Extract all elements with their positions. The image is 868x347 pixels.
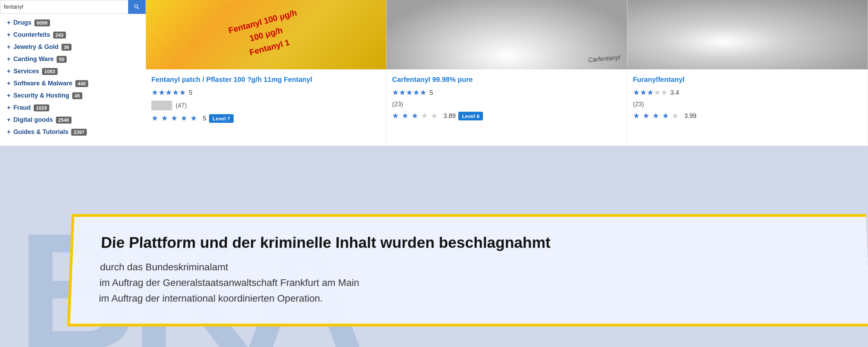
product-card-1[interactable]: Fentanyl 100 μg/h100 μg/hFentanyl 1 Fent… [146, 0, 386, 153]
sidebar-badge-counterfeits: 243 [53, 32, 66, 39]
seller3-star-1: ★ [633, 111, 640, 120]
star3-4: ★ [654, 88, 661, 97]
sidebar: + Drugs 6099 + Counterfeits 243 + Jewelr… [7, 19, 139, 141]
carfentanyl-label: Carfentanyl [588, 54, 620, 64]
level-badge-2: Level 6 [458, 112, 483, 120]
product-title-3[interactable]: Furanylfentanyl [633, 75, 862, 84]
sidebar-label-digital: Digital goods [14, 116, 53, 124]
sidebar-label-counterfeits: Counterfeits [14, 31, 50, 39]
seizure-box: Die Plattform und der kriminelle Inhalt … [67, 214, 868, 327]
seller2-star-2: ★ [402, 111, 409, 120]
seller2-star-5: ★ [431, 111, 438, 120]
plus-icon-counterfeits: + [7, 31, 11, 39]
sidebar-item-jewelry[interactable]: + Jewelry & Gold 36 [7, 43, 139, 51]
seller2-star-4: ★ [421, 111, 428, 120]
sidebar-item-digital[interactable]: + Digital goods 2548 [7, 116, 139, 124]
seller-rating-1: 5 [203, 115, 206, 122]
product-stars-1: ★ ★ ★ ★ ★ 5 [151, 88, 381, 97]
seizure-overlay: BKA Die Plattform und der kriminelle Inh… [0, 146, 868, 347]
sidebar-item-software[interactable]: + Software & Malware 440 [7, 80, 139, 87]
seller-row-2: ★ ★ ★ ★ ★ 3.89 Level 6 [392, 111, 621, 120]
sidebar-item-security[interactable]: + Security & Hosting 45 [7, 92, 139, 99]
seller3-star-2: ★ [643, 111, 650, 120]
seller-rating-2: 3.89 [443, 112, 456, 120]
sidebar-item-guides[interactable]: + Guides & Tutorials 2397 [7, 128, 139, 136]
star-5: ★ [179, 88, 186, 97]
seller2-star-3: ★ [411, 111, 418, 120]
seller-row-1: ★ ★ ★ ★ ★ 5 Level 7 [151, 114, 381, 123]
star2-1: ★ [392, 88, 399, 97]
seizure-body: durch das Bundeskriminalamt im Auftrag d… [99, 260, 842, 306]
sidebar-item-drugs[interactable]: + Drugs 6099 [7, 19, 139, 26]
sidebar-badge-fraud: 1029 [34, 104, 49, 111]
product-stars-2: ★ ★ ★ ★ ★ 5 [392, 88, 621, 97]
seller-star-1: ★ [151, 114, 158, 123]
seller-star-4: ★ [181, 114, 187, 123]
seller3-star-5: ★ [672, 111, 679, 120]
star2-4: ★ [413, 88, 420, 97]
star3-5: ★ [661, 88, 668, 97]
reviews-row-3: (23) [633, 101, 862, 108]
level-badge-1: Level 7 [209, 114, 234, 123]
search-input[interactable] [0, 4, 128, 10]
star-1: ★ [151, 88, 158, 97]
product-card-3[interactable]: Furanylfentanyl ★ ★ ★ ★ ★ 3.4 (23) ★ ★ ★… [627, 0, 868, 153]
sidebar-label-software: Software & Malware [14, 80, 73, 87]
product-info-1: Fentanyl patch / Pflaster 100 ?g/h 11mg … [146, 69, 386, 153]
product-title-2[interactable]: Carfentanyl 99.98% pure [392, 75, 621, 84]
seizure-line-1: durch das Bundeskriminalamt [100, 260, 840, 275]
star-4: ★ [172, 88, 179, 97]
plus-icon-security: + [7, 92, 11, 99]
sidebar-badge-security: 45 [72, 92, 83, 99]
plus-icon-carding: + [7, 56, 11, 63]
seller-row-3: ★ ★ ★ ★ ★ 3.99 [633, 111, 862, 120]
star3-3: ★ [647, 88, 654, 97]
product-image-carfentanyl: Carfentanyl [386, 0, 627, 69]
sidebar-badge-guides: 2397 [71, 129, 87, 136]
sidebar-label-services: Services [14, 68, 39, 75]
review-count-1: (47) [176, 102, 187, 109]
search-bar [0, 0, 146, 14]
sidebar-label-guides: Guides & Tutorials [14, 128, 69, 136]
sidebar-badge-digital: 2548 [56, 117, 72, 124]
sidebar-label-security: Security & Hosting [14, 92, 69, 99]
search-button[interactable] [128, 0, 145, 14]
product-rating-3: 3.4 [670, 89, 679, 96]
product-grid: Fentanyl 100 μg/h100 μg/hFentanyl 1 Fent… [146, 0, 868, 153]
product-rating-2: 5 [429, 89, 433, 96]
star2-2: ★ [399, 88, 406, 97]
seller-star-2: ★ [161, 114, 168, 123]
plus-icon-software: + [7, 80, 11, 87]
star-3: ★ [165, 88, 172, 97]
sidebar-label-jewelry: Jewelry & Gold [14, 43, 59, 51]
product-image-fentanyl: Fentanyl 100 μg/h100 μg/hFentanyl 1 [146, 0, 386, 69]
sidebar-label-carding: Carding Ware [14, 56, 54, 63]
star2-5: ★ [420, 88, 427, 97]
reviews-row-1: (47) [151, 101, 381, 110]
star3-2: ★ [640, 88, 647, 97]
product-rating-1: 5 [189, 89, 192, 96]
sidebar-badge-services: 1083 [42, 68, 58, 75]
sidebar-item-fraud[interactable]: + Fraud 1029 [7, 104, 139, 111]
product-info-3: Furanylfentanyl ★ ★ ★ ★ ★ 3.4 (23) ★ ★ ★… [627, 69, 868, 153]
seizure-title: Die Plattform und der kriminelle Inhalt … [101, 234, 840, 251]
sidebar-item-services[interactable]: + Services 1083 [7, 68, 139, 75]
review-avatar-1 [151, 101, 172, 110]
sidebar-item-carding[interactable]: + Carding Ware 50 [7, 56, 139, 63]
star3-1: ★ [633, 88, 640, 97]
reviews-row-2: (23) [392, 101, 621, 108]
star-2: ★ [158, 88, 165, 97]
plus-icon-guides: + [7, 128, 11, 136]
product-title-1[interactable]: Fentanyl patch / Pflaster 100 ?g/h 11mg … [151, 75, 381, 84]
review-count-3: (23) [633, 101, 644, 108]
bka-watermark: BKA Die Plattform und der kriminelle Inh… [0, 146, 868, 347]
sidebar-badge-carding: 50 [57, 56, 67, 63]
seller3-star-4: ★ [662, 111, 669, 120]
sidebar-item-counterfeits[interactable]: + Counterfeits 243 [7, 31, 139, 39]
sidebar-label-drugs: Drugs [14, 19, 32, 26]
star2-3: ★ [406, 88, 413, 97]
review-count-2: (23) [392, 101, 403, 108]
plus-icon-drugs: + [7, 19, 11, 26]
fentanyl-image-text: Fentanyl 100 μg/h100 μg/hFentanyl 1 [227, 6, 305, 63]
product-card-2[interactable]: Carfentanyl Carfentanyl 99.98% pure ★ ★ … [386, 0, 627, 153]
